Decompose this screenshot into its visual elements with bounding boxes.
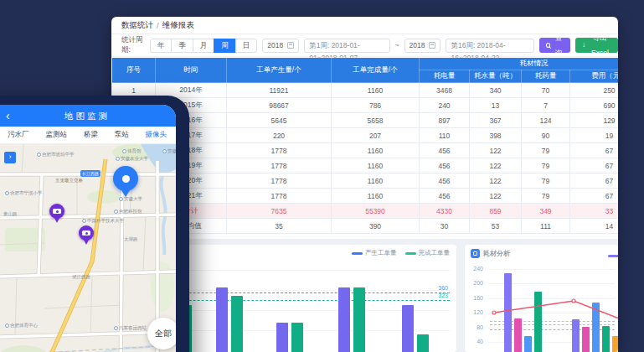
breadcrumb-page: 维修报表 (162, 20, 194, 31)
map-label: 合肥科技馆 (114, 209, 142, 214)
workorder-bar (402, 305, 414, 352)
year-start-value: 2018 (267, 41, 283, 49)
export-excel-button[interactable]: ↓ 导出Excel (575, 38, 618, 53)
map-label: 合肥体育中心 (5, 323, 38, 328)
table-cell: 122 (470, 189, 522, 204)
table-cell: 122 (470, 173, 522, 189)
week-end-input[interactable]: 第16周: 2018-04-16~2018-04-22 (446, 39, 534, 53)
table-cell: 390 (332, 219, 420, 234)
table-cell: 1778 (227, 173, 332, 189)
search-icon (546, 43, 550, 48)
table-cell: 240 (420, 98, 470, 113)
back-icon[interactable]: ‹ (6, 107, 10, 124)
table-cell: 110 (420, 128, 470, 143)
range-separator: ~ (395, 41, 399, 49)
table-cell: 67 (570, 143, 619, 158)
legend-item-完成工单量[interactable]: 完成工单量 (405, 249, 451, 257)
phone-screen: ‹ 地图监测 污水厂监测站桥梁泵站摄像头 (0, 105, 176, 352)
table-cell: 897 (420, 113, 470, 128)
map-label: 安徽农业大学 (116, 156, 148, 161)
table-cell: 7635 (227, 204, 332, 219)
table-cell: 30 (420, 219, 470, 234)
table-cell: 79 (522, 173, 570, 189)
table-cell: 19 (570, 128, 619, 143)
table-cell: 55390 (332, 204, 420, 219)
download-icon: ↓ (582, 42, 585, 49)
period-segment: 年季月周日 (150, 39, 258, 53)
year-end-value: 2018 (410, 41, 425, 49)
period-option-年[interactable]: 年 (150, 39, 173, 53)
breadcrumb: 数据统计 / 维修报表 (111, 17, 618, 34)
table-cell: 207 (332, 128, 420, 143)
workorder-chart-legend: 产生工单量完成工单量 (352, 249, 450, 257)
breadcrumb-separator: / (157, 21, 159, 30)
week-start-input[interactable]: 第1周: 2018-01-01~2018-01-07 (304, 39, 389, 53)
table-cell: 340 (470, 83, 522, 98)
query-button[interactable]: 查询 (539, 38, 570, 53)
table-cell: 67 (570, 158, 619, 173)
period-label: 统计周期: (121, 35, 145, 55)
table-cell: 250 (570, 83, 619, 98)
table-cell: 33 (570, 204, 619, 219)
phone-tab-污水厂[interactable]: 污水厂 (8, 130, 29, 140)
table-cell: 1160 (332, 143, 420, 158)
phone-mockup: ‹ 地图监测 污水厂监测站桥梁泵站摄像头 (0, 96, 189, 352)
table-cell: 859 (470, 204, 522, 219)
table-cell: 1160 (332, 173, 420, 189)
screenshot-stage: 数据统计 / 维修报表 统计周期: 年季月周日 2018 第1周: 2018-0… (0, 0, 644, 352)
camera-lens-dot (85, 232, 88, 235)
table-cell: 1160 (332, 158, 420, 173)
table-cell: 4330 (420, 204, 470, 219)
period-option-周[interactable]: 周 (214, 39, 236, 53)
table-cell: 1160 (332, 189, 420, 204)
table-cell: 349 (522, 204, 570, 219)
map-label: 安徽省博物馆 (162, 148, 176, 153)
workorder-bar (231, 296, 243, 352)
export-button-label: 导出Excel (589, 30, 611, 60)
col-header-sub-0: 耗电量 (420, 70, 470, 83)
table-cell: 35 (227, 219, 332, 234)
panel-expander[interactable]: › (4, 152, 16, 163)
consumable-chart-card: 耗材分析 2402001601208040 (465, 245, 618, 352)
legend-swatch (352, 252, 363, 255)
legend-label: 产生工单量 (365, 249, 397, 257)
period-option-日[interactable]: 日 (235, 39, 258, 53)
table-cell: 53 (470, 219, 522, 234)
legend-item-产生工单量[interactable]: 产生工单量 (352, 249, 397, 257)
reference-line-label: 323 (438, 292, 448, 298)
col-header-sub-2: 耗药量 (522, 70, 570, 83)
col-header-seq: 序号 (112, 58, 156, 83)
table-cell: 398 (470, 128, 522, 143)
col-header-sub-1: 耗水量（吨） (470, 70, 522, 83)
year-start-select[interactable]: 2018 (262, 39, 299, 53)
workorder-bar (353, 287, 365, 352)
phone-tab-摄像头[interactable]: 摄像头 (146, 130, 167, 140)
camera-marker[interactable] (49, 204, 64, 219)
selected-location-pin[interactable] (113, 166, 138, 191)
map-label: 黄山路 (3, 211, 18, 216)
phone-tab-监测站[interactable]: 监测站 (45, 130, 67, 140)
map-label: 合肥市琥珀中学 (37, 152, 75, 157)
phone-header: ‹ 地图监测 (0, 105, 176, 127)
phone-tab-泵站[interactable]: 泵站 (115, 130, 129, 140)
period-option-季[interactable]: 季 (171, 39, 193, 53)
workorder-bar (276, 323, 288, 352)
map-label: 五里墩立交桥 (55, 178, 83, 183)
table-cell: 367 (470, 113, 522, 128)
map-view[interactable]: 合肥市琥珀中学体育馆安徽农业大学安徽省博物馆长江西路五里墩立交桥合肥市宁溪小学黄… (0, 144, 176, 352)
year-end-select[interactable]: 2018 (404, 39, 441, 53)
breadcrumb-section[interactable]: 数据统计 (121, 20, 153, 31)
phone-tab-桥梁[interactable]: 桥梁 (84, 130, 98, 140)
workorder-bar (417, 334, 429, 352)
show-all-button[interactable]: 全部 (147, 318, 176, 349)
calendar-icon (287, 42, 294, 49)
camera-marker[interactable] (79, 225, 94, 241)
table-cell: 70 (522, 83, 570, 98)
table-cell: 122 (470, 143, 522, 158)
query-button-label: 查询 (554, 30, 564, 60)
table-cell: 3468 (420, 83, 470, 98)
table-cell: 786 (332, 98, 420, 113)
table-cell: 456 (420, 143, 470, 158)
period-option-月[interactable]: 月 (193, 39, 215, 53)
table-cell: 79 (522, 143, 570, 158)
